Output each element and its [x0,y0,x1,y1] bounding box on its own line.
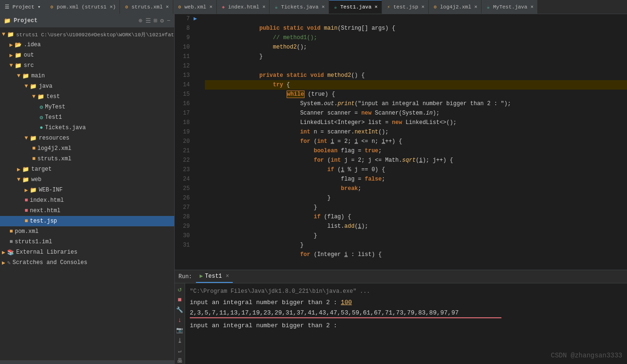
editor-content: 7 8 9 10 11 12 13 14 15 16 17 18 19 20 2… [175,14,627,270]
tab-log4j2-xml[interactable]: ⚙ log4j2.xml × [429,0,482,14]
tree-java[interactable]: ▼ 📁 java [0,81,174,91]
tree-pom-xml[interactable]: ■ pom.xml [0,226,174,237]
tree-out[interactable]: ▶ 📁 out [0,50,174,60]
tree-next-html[interactable]: ■ next.html [0,206,174,216]
tree-test1-label: Test1 [45,114,62,121]
tree-src-label: src [24,62,34,69]
tree-resources[interactable]: ▼ 📁 resources [0,133,174,143]
pom-xml-icon: ■ [9,228,13,235]
tab-mytest-java[interactable]: ☕ MyTest.java × [482,0,538,14]
tree-main[interactable]: ▼ 📁 main [0,71,174,81]
tree-scratches-label: Scratches and Consoles [12,259,87,266]
iml-icon: ■ [9,239,13,245]
tree-tickets[interactable]: ● Tickets.java [0,123,174,133]
collapse-icon: ▶ [25,187,28,194]
collapse-icon: ▶ [9,41,13,49]
tab-struts-xml[interactable]: ⚙ struts.xml × [120,0,173,14]
minimize-icon[interactable]: − [167,17,170,25]
line-numbers: 7 8 9 10 11 12 13 14 15 16 17 18 19 20 2… [175,14,194,270]
xml-icon: ⚙ [124,4,129,10]
tree-pom-xml-label: pom.xml [15,228,38,235]
tab-test-jsp[interactable]: ⚡ test.jsp × [382,0,429,14]
tree-test-pkg[interactable]: ▼ 📁 test [0,91,174,102]
tree-struts-xml-label: struts.xml [37,156,71,162]
tree-target[interactable]: ▶ 📁 target [0,164,174,174]
jsp-icon: ⚡ [386,4,391,10]
tab-pom-xml[interactable]: ⚙ pom.xml (struts1 ×) [45,0,120,14]
tree-resources-label: resources [39,135,69,141]
code-line-11 [205,52,627,61]
tree-mytest[interactable]: ⚙ MyTest [0,102,174,112]
tree-ext-libs-label: External Libraries [16,249,77,256]
java-icon: ☕ [273,4,279,10]
tab-web-xml[interactable]: ⚙ web.xml × [173,0,217,14]
print-icon[interactable]: 🖶 [177,357,183,364]
tree-next-html-label: next.html [30,207,60,214]
tree-test-jsp-label: test.jsp [30,218,57,224]
resources-folder-icon: 📁 [30,135,37,142]
java-folder-icon: 📁 [30,83,37,90]
soft-wrap-icon[interactable]: ↵ [178,347,181,355]
folder-icon: ▼ [2,31,5,38]
tab-bar-left: ☰ Project ▾ [0,0,45,14]
code-content[interactable]: public static void main(String[] args) {… [203,14,627,270]
expand-icon[interactable]: ⊞ [154,17,158,25]
tree-test1[interactable]: ⚙ Test1 [0,112,174,123]
mytest-icon: ⚙ [40,104,43,111]
stop-icon[interactable]: ■ [178,296,181,304]
expand-icon: ▼ [17,176,20,183]
tree-test-jsp[interactable]: ■ test.jsp [0,216,174,226]
tree-src[interactable]: ▼ 📁 src [0,60,174,71]
tab-tickets-java[interactable]: ☕ Tickets.java × [270,0,329,14]
tree-struts1-iml[interactable]: ■ struts1.iml [0,237,174,247]
tree-idea[interactable]: ▶ 📂 .idea [0,40,174,50]
tree-root[interactable]: ▼ 📁 struts1 C:\Users\U100926#Desktop\WOR… [0,29,174,40]
tree-struts-xml[interactable]: ■ struts.xml [0,154,174,164]
gear-icon[interactable]: ⚙ [160,17,164,25]
tab-close-icon[interactable]: × [226,273,229,280]
sidebar: 📁 Project ⊕ ☰ ⊞ ⚙ − ▼ 📁 struts1 C:\Users… [0,14,175,364]
rerun-icon[interactable]: ↺ [178,285,181,293]
tree-out-label: out [24,52,34,58]
tree-root-label: struts1 C:\Users\U100926#Desktop\WORK\10… [16,31,174,38]
console-cmd-line: "C:\Program Files\Java\jdk1.8.0_221\bin\… [190,286,622,297]
tab-test1-java[interactable]: ☕ Test1.java × [329,0,382,14]
run-label: Run: [178,273,192,280]
expand-icon: ▼ [25,135,28,141]
tree-web-inf[interactable]: ▶ 📁 WEB-INF [0,185,174,195]
tree-target-label: target [31,166,51,173]
tab-label: log4j2.xml × [440,4,477,10]
tree-index-html-label: index.html [30,197,64,204]
bottom-tab-test1[interactable]: ▶ Test1 × [196,270,233,283]
arrow-down-icon[interactable]: ↓ [178,316,181,324]
breakpoint-arrow: ▶ [194,14,203,24]
tab-label: web.xml × [185,4,212,10]
camera-icon[interactable]: 📷 [176,327,183,334]
tab-index-html[interactable]: ◈ index.html × [217,0,270,14]
tree-tickets-label: Tickets.java [45,124,85,131]
tree-scratches[interactable]: ▶ ✎ Scratches and Consoles [0,257,174,268]
tree-ext-libs[interactable]: ▶ 📚 External Libraries [0,247,174,257]
wrench-icon[interactable]: 🔧 [176,306,183,314]
code-line-12: private static void method2() { [205,61,627,71]
sidebar-toolbar: ⊕ ☰ ⊞ ⚙ − [139,17,170,25]
double-down-icon[interactable]: ⤓ [177,337,183,345]
tree-web-inf-label: WEB-INF [39,187,62,193]
collapse-icon: ▶ [2,249,5,256]
out-folder-icon: 📁 [15,52,22,59]
tree-index-html[interactable]: ■ index.html [0,195,174,206]
tickets-icon: ● [40,124,43,131]
tree-log4j2-label: log4j2.xml [37,145,71,152]
sidebar-title: 📁 Project [4,17,37,25]
sidebar-scrollbar[interactable] [0,360,174,364]
tree-web[interactable]: ▼ 📁 web [0,174,174,185]
tree-log4j2[interactable]: ■ log4j2.xml [0,143,174,154]
add-icon[interactable]: ⊕ [139,17,143,25]
list-icon[interactable]: ☰ [145,17,151,25]
xml-icon: ⚙ [177,4,183,10]
tab-bar: ☰ Project ▾ ⚙ pom.xml (struts1 ×) ⚙ stru… [0,0,627,14]
index-html-icon: ■ [25,197,28,204]
src-folder-icon: 📁 [15,62,22,69]
sidebar-title-text: Project [14,17,37,24]
collapse-icon: ▶ [17,166,20,173]
